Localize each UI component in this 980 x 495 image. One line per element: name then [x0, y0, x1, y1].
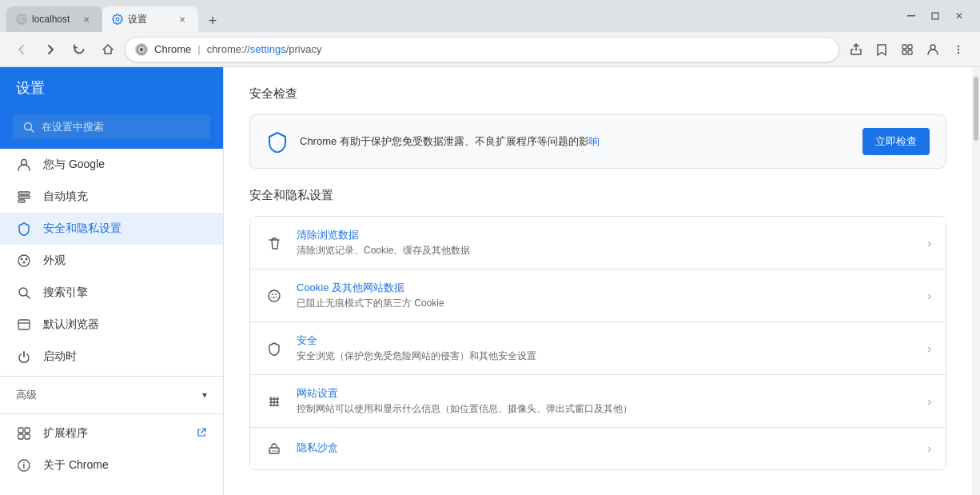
clear-browsing-title: 清除浏览数据 — [297, 228, 914, 242]
cookies-item[interactable]: Cookie 及其他网站数据 已阻止无痕模式下的第三方 Cookie › — [250, 269, 946, 322]
menu-button[interactable] — [946, 38, 970, 62]
cookies-title: Cookie 及其他网站数据 — [297, 281, 914, 295]
tab-localhost-close[interactable]: ✕ — [80, 13, 93, 26]
svg-rect-19 — [18, 192, 30, 194]
privacy-sandbox-item[interactable]: 隐私沙盒 › — [250, 428, 946, 469]
chevron-right-icon-2: › — [927, 289, 931, 302]
site-settings-content: 网站设置 控制网站可以使用和显示什么信息（如位置信息、摄像头、弹出式窗口及其他） — [297, 386, 914, 416]
sidebar-divider — [0, 376, 223, 377]
privacy-sandbox-title: 隐私沙盒 — [297, 441, 914, 455]
tab-settings-icon — [112, 14, 123, 25]
sidebar-item-browser[interactable]: 默认浏览器 — [0, 309, 223, 341]
search-icon — [22, 121, 35, 134]
main-area: 设置 在设置中搜索 您与 Google 自动填充 — [0, 67, 980, 495]
browser-frame: localhost ✕ 设置 ✕ + ✕ — [0, 0, 980, 495]
svg-point-15 — [958, 51, 959, 53]
settings-list: 清除浏览数据 清除浏览记录、Cookie、缓存及其他数据 › Cookie 及其… — [249, 216, 946, 470]
address-url: chrome://settings/privacy — [207, 43, 322, 55]
safety-check-link[interactable]: 响 — [589, 135, 600, 147]
sidebar-item-autofill[interactable]: 自动填充 — [0, 181, 223, 213]
sidebar-item-startup[interactable]: 启动时 — [0, 341, 223, 373]
address-separator: | — [197, 43, 200, 55]
tab-settings-close[interactable]: ✕ — [176, 13, 189, 26]
sidebar-item-extensions[interactable]: 扩展程序 — [0, 417, 223, 449]
svg-rect-33 — [25, 434, 30, 439]
forward-button[interactable] — [38, 38, 62, 62]
search-placeholder[interactable]: 在设置中搜索 — [42, 120, 104, 134]
extensions-button[interactable] — [895, 38, 919, 62]
tab-strip: localhost ✕ 设置 ✕ + — [6, 0, 900, 32]
svg-point-13 — [958, 45, 959, 46]
svg-rect-21 — [18, 200, 25, 202]
svg-point-37 — [272, 293, 273, 295]
svg-rect-20 — [18, 196, 30, 198]
safety-check-button[interactable]: 立即检查 — [862, 128, 930, 155]
sidebar-item-search-label: 搜索引擎 — [43, 285, 88, 300]
security-item[interactable]: 安全 安全浏览（保护您免受危险网站的侵害）和其他安全设置 › — [250, 322, 946, 375]
security-title: 安全 — [297, 333, 914, 348]
chevron-right-icon: › — [927, 237, 931, 249]
security-content: 安全 安全浏览（保护您免受危险网站的侵害）和其他安全设置 — [297, 333, 914, 363]
site-settings-title: 网站设置 — [297, 386, 914, 401]
sidebar-item-about[interactable]: i 关于 Chrome — [0, 449, 223, 481]
power-icon — [16, 349, 32, 365]
site-settings-subtitle: 控制网站可以使用和显示什么信息（如位置信息、摄像头、弹出式窗口及其他） — [297, 402, 914, 416]
tab-settings[interactable]: 设置 ✕ — [102, 6, 198, 32]
svg-rect-5 — [932, 13, 938, 19]
share-button[interactable] — [844, 38, 868, 62]
svg-rect-28 — [18, 320, 30, 329]
svg-rect-10 — [902, 50, 906, 54]
sidebar-item-search[interactable]: 搜索引擎 — [0, 277, 223, 309]
new-tab-button[interactable]: + — [201, 10, 224, 32]
home-button[interactable] — [96, 38, 120, 62]
sidebar-item-privacy[interactable]: 安全和隐私设置 — [0, 213, 223, 245]
svg-point-39 — [273, 297, 275, 298]
address-scheme: Chrome — [154, 43, 191, 55]
extensions-label: 扩展程序 — [43, 426, 88, 441]
tab-localhost-title: localhost — [32, 14, 70, 25]
svg-point-38 — [275, 293, 277, 295]
safety-check-title: 安全检查 — [249, 86, 946, 102]
sidebar-item-startup-label: 启动时 — [43, 349, 77, 364]
sidebar-item-appearance[interactable]: 外观 — [0, 245, 223, 277]
sidebar-advanced-section[interactable]: 高级 ▾ — [0, 380, 223, 410]
svg-point-14 — [958, 48, 959, 50]
bookmark-button[interactable] — [870, 38, 894, 62]
address-bar[interactable]: Chrome | chrome://settings/privacy — [125, 37, 839, 62]
safety-check-card: Chrome 有助于保护您免受数据泄露、不良扩展程序等问题的影响 立即检查 — [249, 114, 946, 169]
safety-check-description: Chrome 有助于保护您免受数据泄露、不良扩展程序等问题的影 — [300, 135, 589, 147]
tab-localhost[interactable]: localhost ✕ — [6, 6, 102, 32]
site-security-icon — [135, 43, 148, 56]
back-button[interactable] — [10, 38, 34, 62]
autofill-icon — [16, 189, 32, 205]
svg-point-24 — [26, 258, 28, 261]
profile-button[interactable] — [921, 38, 945, 62]
sidebar: 设置 在设置中搜索 您与 Google 自动填充 — [0, 67, 224, 495]
restore-button[interactable] — [924, 5, 946, 27]
site-settings-item[interactable]: 网站设置 控制网站可以使用和显示什么信息（如位置信息、摄像头、弹出式窗口及其他）… — [250, 375, 946, 428]
clear-browsing-item[interactable]: 清除浏览数据 清除浏览记录、Cookie、缓存及其他数据 › — [250, 217, 946, 269]
svg-point-41 — [276, 296, 277, 297]
close-button[interactable]: ✕ — [948, 5, 970, 27]
chevron-down-icon: ▾ — [202, 389, 207, 401]
sidebar-divider-2 — [0, 413, 223, 414]
tab-localhost-icon — [16, 14, 27, 25]
content-wrapper: 安全检查 Chrome 有助于保护您免受数据泄露、不良扩展程序等问题的影响 立即… — [224, 67, 980, 495]
extensions-icon — [16, 425, 32, 441]
security-subtitle: 安全浏览（保护您免受危险网站的侵害）和其他安全设置 — [297, 349, 914, 363]
settings-title: 设置 — [16, 80, 45, 96]
minimize-button[interactable] — [900, 5, 922, 27]
reload-button[interactable] — [67, 38, 91, 62]
safety-shield-icon — [266, 130, 289, 153]
advanced-label: 高级 — [16, 388, 37, 402]
chevron-right-icon-5: › — [927, 442, 931, 455]
sidebar-item-google-label: 您与 Google — [43, 158, 105, 172]
scrollbar-thumb[interactable] — [974, 77, 978, 141]
safety-check-text: Chrome 有助于保护您免受数据泄露、不良扩展程序等问题的影响 — [300, 134, 851, 150]
cookies-subtitle: 已阻止无痕模式下的第三方 Cookie — [297, 297, 914, 310]
svg-rect-11 — [908, 50, 912, 54]
scrollbar[interactable] — [972, 67, 980, 495]
svg-point-25 — [23, 261, 26, 264]
sidebar-item-google[interactable]: 您与 Google — [0, 149, 223, 181]
svg-rect-4 — [907, 15, 915, 17]
